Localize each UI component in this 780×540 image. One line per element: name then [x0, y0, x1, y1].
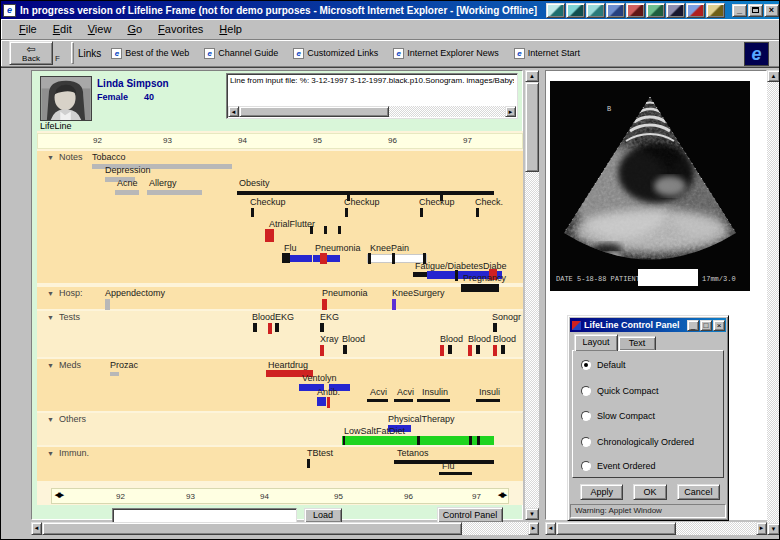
timeline-bar-gray[interactable] — [115, 190, 139, 195]
timeline-bar-black[interactable] — [392, 253, 395, 264]
timeline-bar-blue[interactable] — [317, 397, 326, 406]
timeline-event-sonogr[interactable]: Sonogr — [492, 312, 521, 322]
timeline-event-insulin[interactable]: Insulin — [422, 387, 448, 397]
dialog-minimize-button[interactable]: _ — [687, 320, 699, 331]
timeline-event-prozac[interactable]: Prozac — [110, 360, 138, 370]
timeline-event-blood[interactable]: Blood — [342, 334, 365, 344]
timeline-event-check[interactable]: Check. — [475, 197, 503, 207]
timeline-event-checkup[interactable]: Checkup — [344, 197, 380, 207]
timeline-bar-black[interactable] — [282, 253, 290, 263]
menu-favorites[interactable]: Favorites — [150, 21, 211, 37]
clock-icon[interactable] — [706, 3, 725, 18]
timeline-event-kneesurgery[interactable]: KneeSurgery — [392, 288, 445, 298]
timeline-event-acne[interactable]: Acne — [117, 178, 138, 188]
timeline-bar-black[interactable] — [417, 436, 420, 445]
button-apply[interactable]: Apply — [580, 484, 623, 500]
radio-default[interactable]: Default — [581, 358, 626, 372]
scroll-right-icon[interactable]: ► — [756, 522, 767, 535]
radio-slow-compact[interactable]: Slow Compact — [581, 409, 655, 423]
timeline-bar-black[interactable] — [368, 253, 371, 264]
timeline-bar-red[interactable] — [268, 323, 272, 334]
timeline-bar-black[interactable] — [343, 436, 345, 445]
collapse-triangle-icon[interactable]: ▼ — [47, 154, 54, 161]
timeline-bar-black[interactable] — [367, 399, 388, 402]
timeline-bar-black[interactable] — [307, 459, 310, 468]
left-frame-vscrollbar[interactable]: ▲ ▼ — [525, 70, 539, 520]
collapse-triangle-icon[interactable]: ▼ — [47, 450, 54, 457]
scroll-down-icon[interactable]: ▼ — [767, 523, 780, 535]
timeline-bar-black[interactable] — [417, 399, 450, 402]
timeline-bar-black[interactable] — [394, 399, 413, 402]
scroll-left-icon[interactable]: ◄ — [228, 106, 239, 117]
timeline-bar-black[interactable] — [439, 472, 472, 475]
timeline-event-ekg[interactable]: EKG — [320, 312, 339, 322]
scroll-left-icon[interactable]: ◄ — [545, 522, 556, 535]
monitor-icon[interactable] — [666, 3, 685, 18]
timeline-event-tobacco[interactable]: Tobacco — [92, 152, 126, 162]
scroll-right-icon[interactable]: ► — [528, 522, 539, 535]
scrollbar-track[interactable] — [676, 522, 756, 535]
timeline-bar-black[interactable] — [469, 436, 472, 445]
timeline-event-atrialflutter[interactable]: AtrialFlutter — [269, 219, 315, 229]
scrollbar-track[interactable] — [767, 82, 780, 523]
timeline-bar-gray[interactable] — [105, 299, 110, 310]
timeline-bar-red[interactable] — [320, 345, 324, 356]
timeline-bar-black[interactable] — [477, 436, 480, 445]
close-button[interactable]: × — [764, 4, 779, 17]
timeline-bar-black[interactable] — [324, 226, 327, 234]
timeline-event-checkup[interactable]: Checkup — [419, 197, 455, 207]
back-button[interactable]: ⇦ Back — [9, 41, 53, 65]
dialog-titlebar[interactable]: LifeLine Control Panel _ □ × — [570, 318, 726, 332]
minimize-button[interactable]: _ — [732, 4, 747, 17]
timeline-bar-red[interactable] — [322, 299, 327, 310]
timeline-bar-black[interactable] — [461, 284, 499, 292]
timeline-event-kneepain[interactable]: KneePain — [370, 243, 409, 253]
timeline-event-physicaltherapy[interactable]: PhysicalTherapy — [388, 414, 455, 424]
tab-layout[interactable]: Layout — [574, 334, 618, 351]
timeline-event-pneumonia[interactable]: Pneumonia — [322, 288, 368, 298]
scrollbar-track[interactable] — [525, 172, 539, 508]
dialog-maximize-button[interactable]: □ — [700, 320, 712, 331]
timeline-event-tbtest[interactable]: TBtest — [307, 448, 333, 458]
file-input[interactable] — [112, 508, 297, 523]
restore-button[interactable] — [748, 4, 763, 17]
timeline-event-flu[interactable]: Flu — [284, 243, 297, 253]
timeline-bar-blue[interactable] — [290, 255, 312, 262]
collapse-triangle-icon[interactable]: ▼ — [47, 416, 54, 423]
timeline-event-xray[interactable]: Xray — [320, 334, 339, 344]
timeline-bar-black[interactable] — [420, 208, 423, 217]
toolbar-drag-handle[interactable] — [71, 42, 74, 64]
timeline-bar-black[interactable] — [501, 345, 505, 354]
menu-go[interactable]: Go — [119, 21, 150, 37]
chart-icon[interactable] — [566, 3, 585, 18]
timeline-event-blood[interactable]: Blood — [493, 334, 516, 344]
scrollbar-track[interactable] — [462, 522, 528, 535]
left-frame-hscrollbar[interactable]: ◄ ► — [31, 522, 539, 535]
scrollbar-thumb[interactable] — [239, 106, 389, 117]
scroll-left-icon[interactable]: ◄ — [31, 522, 42, 535]
dialog-close-button[interactable]: × — [713, 320, 725, 331]
timeline-bar-black[interactable] — [275, 323, 279, 332]
link-internet-explorer-news[interactable]: eInternet Explorer News — [393, 48, 499, 59]
timeline-event-ventolyn[interactable]: Ventolyn — [302, 373, 337, 383]
radio-quick-compact[interactable]: Quick Compact — [581, 384, 659, 398]
radio-event-ordered[interactable]: Event Ordered — [581, 459, 656, 473]
collapse-triangle-icon[interactable]: ▼ — [47, 290, 54, 297]
timeline-event-blood[interactable]: Blood — [468, 334, 491, 344]
scrollbar-thumb[interactable] — [556, 522, 676, 535]
timeline-bar-red[interactable] — [468, 345, 472, 356]
link-channel-guide[interactable]: eChannel Guide — [204, 48, 278, 59]
timeline-event-pneumonia[interactable]: Pneumonia — [315, 243, 361, 253]
timeline-bar-black[interactable] — [253, 323, 257, 332]
timeline-bar-red[interactable] — [265, 229, 274, 242]
collapse-triangle-icon[interactable]: ▼ — [47, 362, 54, 369]
menu-view[interactable]: View — [80, 21, 120, 37]
link-customized-links[interactable]: eCustomized Links — [293, 48, 378, 59]
scrollbar-track[interactable] — [389, 106, 505, 117]
control-panel-button[interactable]: Control Panel — [437, 507, 503, 523]
radio-chronologically-ordered[interactable]: Chronologically Ordered — [581, 435, 694, 449]
timeline-bar-black[interactable] — [476, 208, 479, 217]
timeline-bar-black[interactable] — [251, 208, 254, 217]
scroll-right-icon[interactable]: ► — [505, 106, 516, 117]
scroll-down-icon[interactable]: ▼ — [525, 508, 539, 520]
